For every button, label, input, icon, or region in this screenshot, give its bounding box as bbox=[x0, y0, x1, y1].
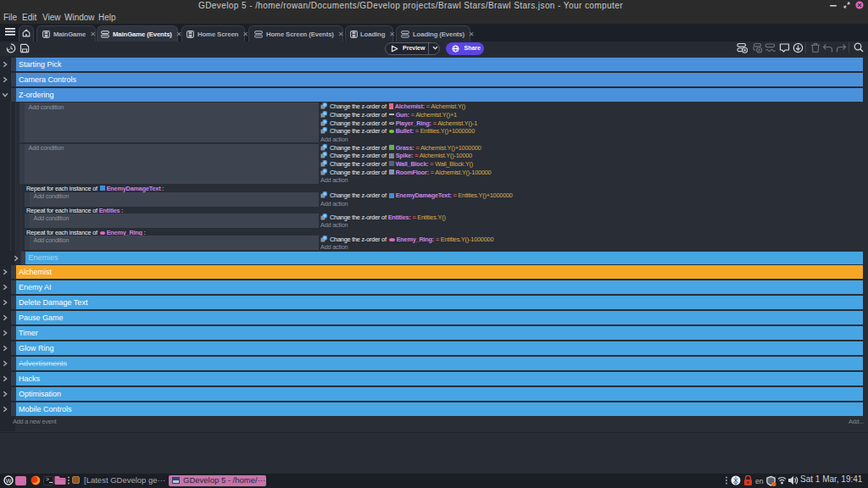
svg-text:W: W bbox=[6, 478, 12, 484]
